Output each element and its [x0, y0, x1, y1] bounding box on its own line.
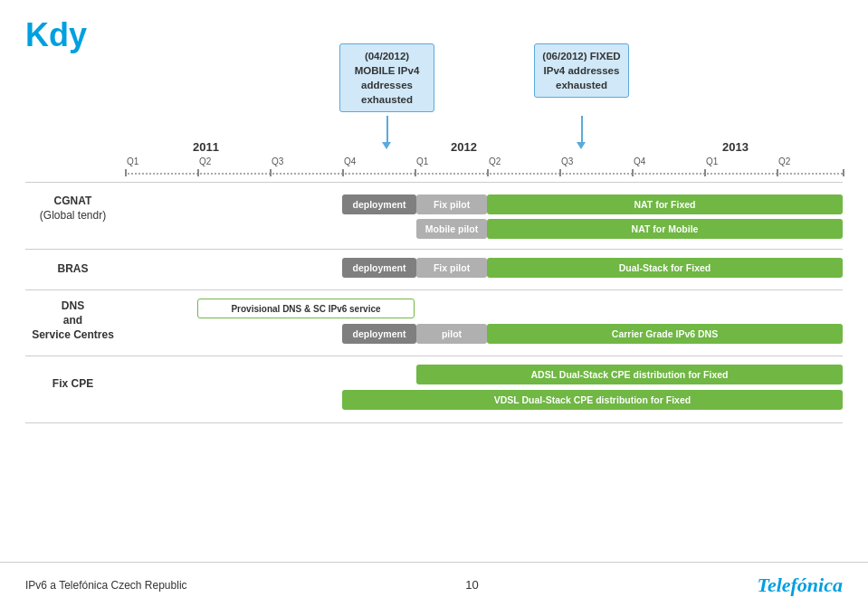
dns-deployment-bar: deployment — [342, 324, 416, 344]
row-sep-dns — [25, 356, 843, 356]
q-2012-3: Q3 — [561, 156, 573, 166]
q-2013-1: Q1 — [706, 156, 718, 166]
fixcpe-label: Fix CPE — [25, 377, 120, 392]
bras-label: BRAS — [25, 262, 120, 277]
fixcpe-vdsl-bar: VDSL Dual-Stack CPE distribution for Fix… — [342, 390, 843, 410]
tick-5 — [487, 169, 489, 176]
footer-page-number: 10 — [465, 578, 478, 592]
cgnat-fixpilot-bar: Fix pilot — [416, 194, 487, 214]
footer-logo: Telefónica — [757, 574, 843, 597]
q-2012-2: Q2 — [489, 156, 501, 166]
fixed-callout: (06/2012) FIXED IPv4 addresses exhausted — [534, 43, 629, 98]
ruler-line — [125, 173, 843, 175]
row-sep-fixcpe — [25, 422, 843, 423]
cgnat-deployment-bar: deployment — [342, 194, 416, 214]
q-2011-4: Q4 — [344, 156, 356, 166]
cgnat-mobilepilot-bar: Mobile pilot — [416, 219, 487, 239]
q-2011-1: Q1 — [127, 156, 138, 166]
footer-left-text: IPv6 a Telefónica Czech Republic — [25, 579, 187, 592]
tick-7 — [632, 169, 634, 176]
mobile-arrow-line — [386, 116, 388, 143]
fixed-arrow-line — [581, 116, 583, 143]
dns-carrier-bar: Carrier Grade IPv6 DNS — [487, 324, 843, 344]
year-2011: 2011 — [193, 140, 219, 154]
row-sep-top — [25, 182, 843, 183]
bras-fixpilot-bar: Fix pilot — [416, 258, 487, 278]
tick-6 — [559, 169, 561, 176]
cgnat-label: CGNAT(Global tendr) — [25, 194, 120, 223]
tick-10 — [843, 169, 844, 176]
dns-provisional-bar: Provisional DNS & SC IPv6 service — [197, 299, 415, 318]
year-2012: 2012 — [451, 140, 477, 154]
tick-9 — [777, 169, 778, 176]
tick-3 — [342, 169, 344, 176]
tick-8 — [704, 169, 706, 176]
q-2011-2: Q2 — [199, 156, 211, 166]
tick-4 — [415, 169, 416, 176]
q-2013-2: Q2 — [778, 156, 790, 166]
fixcpe-adsl-bar: ADSL Dual-Stack CPE distribution for Fix… — [416, 365, 843, 384]
tick-2 — [270, 169, 272, 176]
q-2011-3: Q3 — [272, 156, 283, 166]
bras-dualstack-bar: Dual-Stack for Fixed — [487, 258, 843, 278]
year-2013: 2013 — [722, 140, 749, 154]
timeline-area: 2011 2012 2013 Q1 Q2 Q3 Q4 Q1 Q2 Q3 Q4 Q… — [25, 140, 843, 520]
cgnat-natfixed-bar: NAT for Fixed — [487, 194, 843, 214]
footer: IPv6 a Telefónica Czech Republic 10 Tele… — [0, 562, 868, 607]
dns-pilot-bar: pilot — [416, 324, 487, 344]
row-sep-cgnat — [25, 249, 843, 250]
mobile-callout: (04/2012) MOBILE IPv4 addresses exhauste… — [339, 43, 434, 112]
tick-0 — [125, 169, 127, 176]
q-2012-4: Q4 — [634, 156, 645, 166]
cgnat-natmobile-bar: NAT for Mobile — [487, 219, 843, 239]
q-2012-1: Q1 — [416, 156, 428, 166]
page-title: Kdy — [25, 16, 87, 54]
row-sep-bras — [25, 289, 843, 290]
tick-1 — [197, 169, 199, 176]
bras-deployment-bar: deployment — [342, 258, 416, 278]
dns-label: DNSandService Centres — [25, 299, 120, 343]
